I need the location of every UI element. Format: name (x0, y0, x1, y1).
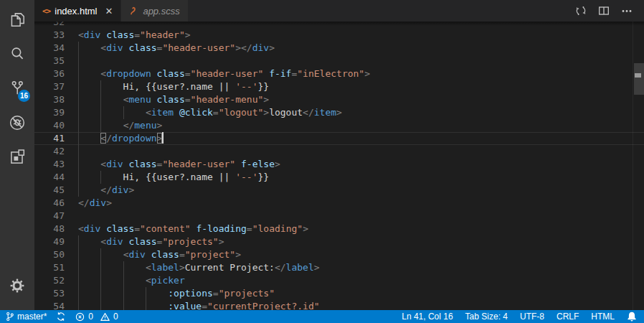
open-changes-button[interactable] (575, 5, 587, 17)
line-number[interactable]: 38 (34, 93, 65, 106)
indent-guide (78, 55, 79, 67)
code-line[interactable]: 42 (34, 145, 644, 158)
indent-guide (78, 184, 79, 197)
code-line[interactable]: 39 <item @click="logout">logout</item> (34, 106, 644, 119)
line-text: <div class="projects"> (78, 235, 644, 248)
editor[interactable]: 3233<div class="header">34 <div class="h… (34, 22, 644, 310)
indent-guide (78, 171, 79, 184)
sidebar-item-extensions[interactable] (0, 140, 34, 174)
code-line[interactable]: 34 <div class="header-user"></div> (34, 42, 644, 55)
line-number[interactable]: 32 (34, 22, 65, 29)
code-line[interactable]: 35 (34, 55, 644, 67)
code-line[interactable]: 47 (34, 210, 644, 223)
tab-index-html[interactable]: <> index.html ✕ (34, 0, 120, 22)
line-number[interactable]: 34 (34, 42, 65, 55)
sidebar-item-search[interactable] (0, 37, 34, 71)
indent-guide (78, 132, 79, 145)
line-text: </div> (78, 184, 644, 197)
search-icon (8, 45, 27, 63)
sidebar-item-debug[interactable] (0, 106, 34, 140)
more-actions-button[interactable] (621, 5, 633, 17)
files-icon (8, 10, 27, 29)
git-branch-icon (6, 312, 14, 322)
code-line[interactable]: 51 <label>Current Project:</label> (34, 261, 644, 274)
line-number[interactable]: 49 (34, 235, 65, 248)
code-line[interactable]: 52 <picker (34, 274, 644, 287)
indent-guide (78, 145, 79, 158)
line-text: </menu> (78, 119, 644, 132)
code-line[interactable]: 32 (34, 22, 644, 29)
line-number[interactable]: 42 (34, 145, 65, 158)
code-line[interactable]: 46</div> (34, 197, 644, 210)
line-number[interactable]: 47 (34, 210, 65, 223)
tab-app-scss[interactable]: app.scss (121, 0, 187, 22)
tab-size-button[interactable]: Tab Size: 4 (465, 310, 508, 323)
line-number[interactable]: 40 (34, 119, 65, 132)
code-line[interactable]: 36 <dropdown class="header-user" f-if="i… (34, 67, 644, 80)
code-line[interactable]: 54 :value="currentProject?.id" (34, 300, 644, 310)
code-line[interactable]: 40 </menu> (34, 119, 644, 132)
line-number[interactable]: 48 (34, 223, 65, 235)
code-line[interactable]: 48<div class="content" f-loading="loadin… (34, 223, 644, 235)
line-number[interactable]: 46 (34, 197, 65, 210)
line-number[interactable]: 41 (34, 132, 65, 145)
line-number[interactable]: 51 (34, 261, 65, 274)
eol-button[interactable]: CRLF (557, 310, 579, 323)
tab-close-button[interactable]: ✕ (105, 6, 113, 16)
error-count: 0 (88, 310, 93, 323)
indent-guide (100, 106, 101, 119)
indent-guide (78, 67, 79, 80)
language-mode-button[interactable]: HTML (591, 310, 615, 323)
vertical-scrollbar[interactable] (633, 22, 644, 310)
code-line[interactable]: 45 </div> (34, 184, 644, 197)
code-line[interactable]: 41 </dropdown> (34, 132, 644, 145)
activity-bar: 16 (0, 0, 34, 310)
indent-guide (78, 274, 79, 287)
code-line[interactable]: 38 <menu class="header-menu"> (34, 93, 644, 106)
line-number[interactable]: 39 (34, 106, 65, 119)
line-number[interactable]: 33 (34, 29, 65, 42)
indent-guide (78, 80, 79, 93)
line-number[interactable]: 50 (34, 248, 65, 261)
code-line[interactable]: 53 :options="projects" (34, 287, 644, 300)
line-text: Hi, {{user?.name || '--'}} (78, 171, 644, 184)
line-number[interactable]: 52 (34, 274, 65, 287)
indent-guide (100, 300, 101, 310)
sidebar-item-source-control[interactable]: 16 (0, 71, 34, 106)
line-number[interactable]: 45 (34, 184, 65, 197)
line-number[interactable]: 37 (34, 80, 65, 93)
line-text: <div class="project"> (78, 248, 644, 261)
settings-button[interactable] (0, 268, 34, 303)
code-line[interactable]: 33<div class="header"> (34, 29, 644, 42)
sync-button[interactable] (56, 312, 66, 322)
sass-icon (129, 6, 138, 16)
line-number[interactable]: 53 (34, 287, 65, 300)
indent-guide (100, 93, 101, 106)
text-cursor (162, 132, 164, 144)
code-line[interactable]: 44 Hi, {{user?.name || '--'}} (34, 171, 644, 184)
cursor-position-button[interactable]: Ln 41, Col 16 (402, 310, 453, 323)
code-line[interactable]: 37 Hi, {{user?.name || '--'}} (34, 80, 644, 93)
problems-button[interactable]: 0 0 (75, 310, 118, 323)
indent-guide (100, 274, 101, 287)
code-line[interactable]: 43 <div class="header-user" f-else> (34, 158, 644, 171)
sidebar-item-explorer[interactable] (0, 2, 34, 37)
code-line[interactable]: 50 <div class="project"> (34, 248, 644, 261)
line-number[interactable]: 54 (34, 300, 65, 310)
indent-guide (123, 300, 124, 310)
indent-guide (78, 93, 79, 106)
notifications-button[interactable] (627, 312, 637, 322)
indent-guide (123, 287, 124, 300)
split-editor-button[interactable] (598, 5, 610, 17)
line-number[interactable]: 36 (34, 67, 65, 80)
editor-actions (575, 0, 644, 22)
line-number[interactable]: 43 (34, 158, 65, 171)
line-number[interactable]: 35 (34, 55, 65, 67)
indent-guide (78, 42, 79, 55)
code-line[interactable]: 49 <div class="projects"> (34, 235, 644, 248)
line-number[interactable]: 44 (34, 171, 65, 184)
scrollbar-thumb[interactable] (634, 63, 644, 95)
encoding-button[interactable]: UTF-8 (520, 310, 544, 323)
branch-label: master* (17, 310, 47, 323)
git-branch-button[interactable]: master* (6, 310, 47, 323)
